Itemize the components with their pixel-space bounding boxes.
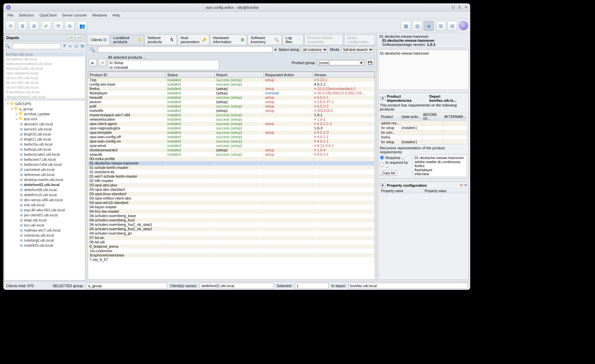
funnel-icon[interactable]: ⧩ bbox=[62, 43, 67, 49]
grid1-button[interactable]: ⊞ bbox=[436, 21, 446, 31]
collapse-icon[interactable]: ▼ bbox=[380, 96, 386, 100]
table-row[interactable]: 04-bayer-master bbox=[88, 205, 375, 209]
requires-radio[interactable] bbox=[380, 155, 384, 160]
db2-icon[interactable]: ⛃ bbox=[80, 44, 85, 49]
table-row[interactable]: 03-opsi-linux-standard bbox=[88, 192, 375, 196]
dep-row[interactable]: for setup(installed:) bbox=[380, 126, 467, 130]
action-list[interactable]: to Setup to Uninstall bbox=[108, 60, 219, 70]
groups-tree[interactable]: ▾📁GROUPS ▾📁a_group ▸📁acrobat_update ▸📁te… bbox=[4, 100, 85, 280]
reload-icon[interactable]: ⟲ bbox=[460, 183, 463, 187]
clients-button[interactable]: 🖥 bbox=[29, 21, 39, 31]
depot-item[interactable]: tst-srv-003.uib.local bbox=[5, 85, 84, 90]
table-row[interactable]: opsi-wan-config-oninstalledsuccess (setu… bbox=[88, 139, 375, 144]
minimize-icon[interactable]: ⋁ bbox=[452, 5, 455, 9]
table-row[interactable]: 04-schulen-nuernberg_fos2_nb_step1 bbox=[88, 222, 375, 227]
depots-list[interactable]: bonifax.uib.local bonidepot.uib.local bw… bbox=[4, 51, 85, 99]
tree-sub[interactable]: ▸📁acrobat_update bbox=[5, 111, 84, 116]
tree-client[interactable]: 🖥detlefvm08.uib.local bbox=[5, 187, 84, 192]
tree-group[interactable]: ▾📁a_group bbox=[5, 106, 84, 111]
tree-client[interactable]: 🖥jan-client01.uib.local bbox=[5, 212, 84, 217]
tab-hardware[interactable]: Hardware information bbox=[210, 34, 247, 45]
table-row[interactable]: 03-opsi-abo-standard bbox=[88, 187, 375, 192]
dep-row[interactable]: firefox bbox=[380, 135, 467, 140]
tree-client[interactable]: 🖥cachetest.uib.local bbox=[5, 167, 84, 172]
layout3-button[interactable]: ◈ bbox=[424, 21, 434, 31]
table-row[interactable]: flashplayerinstalled(setup)uninstall≠ 10… bbox=[88, 91, 375, 95]
table-row[interactable]: 04-lmz-bw-master bbox=[88, 209, 375, 214]
copy-list-button[interactable]: Copy list bbox=[380, 170, 397, 176]
table-row[interactable]: config-win-baseinstalledsuccess (setup)4… bbox=[88, 82, 375, 87]
depot-field[interactable] bbox=[348, 283, 468, 289]
tree-client[interactable]: 🖥notet420.uib.local bbox=[5, 243, 84, 248]
tree-client[interactable]: 🖥asrock1.uib.local bbox=[5, 126, 84, 131]
tree-root[interactable]: ▾📁GROUPS bbox=[5, 101, 84, 106]
menu-opsiclient[interactable]: OpsiClient bbox=[37, 12, 59, 18]
tree-sub[interactable]: ▸📁test erol bbox=[5, 116, 84, 121]
layout2-button[interactable]: ▤ bbox=[412, 21, 422, 31]
menu-file[interactable]: File bbox=[5, 12, 16, 18]
table-row[interactable]: 01-testclient-kk bbox=[88, 170, 375, 174]
table-row[interactable]: firefoxinstalled(setup)setup≠ 10.0.10esr… bbox=[88, 87, 375, 91]
db-icon[interactable]: ⛁ bbox=[74, 44, 79, 49]
col-status[interactable]: Status bbox=[166, 72, 215, 78]
collapse-icon[interactable]: ▼ bbox=[380, 183, 386, 187]
table-row[interactable]: 0_testprod_jeena bbox=[88, 244, 375, 249]
tree-client[interactable]: 🖥bwfsclocalim.uib.local bbox=[5, 152, 84, 157]
table-row[interactable]: 03-opsi-win10-standard bbox=[88, 201, 375, 205]
group-field[interactable] bbox=[86, 283, 167, 289]
play-button[interactable]: ▶ bbox=[89, 59, 96, 66]
table-row[interactable]: swauditinstalledsuccess (setup)setup≠ 4.… bbox=[88, 152, 375, 157]
required-by-radio[interactable] bbox=[380, 162, 384, 167]
columns-select[interactable]: all columns bbox=[301, 47, 328, 53]
tree-client[interactable]: 🖥evb.uib.local bbox=[5, 202, 84, 207]
table-row[interactable]: 3cxphoneforwindows bbox=[88, 253, 375, 257]
table-row[interactable]: shutdownwantedinstalled(setup)setup≠ 1.0… bbox=[88, 148, 375, 152]
client-names-field[interactable] bbox=[200, 283, 274, 289]
col-requested[interactable]: Requested Action bbox=[264, 72, 313, 78]
tab-clients[interactable]: Clients bbox=[88, 34, 110, 45]
save-group-button[interactable]: 💾 bbox=[366, 59, 374, 66]
depot-item[interactable]: vbrupertdepot1.uib.local bbox=[5, 94, 84, 99]
dep-row[interactable]: for setup(installed:) bbox=[380, 140, 467, 145]
table-row[interactable]: 01-deutsche-messe-hannover bbox=[88, 161, 375, 165]
selected-field[interactable] bbox=[295, 283, 329, 289]
tree-client[interactable]: 🖥bwfscwin7.uib.local bbox=[5, 157, 84, 162]
tab-host-params[interactable]: Host parameters🔑 bbox=[178, 34, 209, 45]
filter-button[interactable]: Ψ bbox=[53, 21, 63, 31]
tree-client[interactable]: 🖥desktop-martin.uib.local bbox=[5, 177, 84, 182]
table-row[interactable]: opsi-templateinstalledsuccess (setup)set… bbox=[88, 130, 375, 135]
table-row[interactable]: 03-opsi-virtbox-client-abo bbox=[88, 196, 375, 201]
table-row[interactable]: jeditinstalledsuccess (setup)setup≠ 4.5.… bbox=[88, 104, 375, 109]
table-row[interactable]: 01-win7-schule-berlin-master bbox=[88, 174, 375, 179]
menu-selection[interactable]: Selection bbox=[17, 12, 36, 18]
tree-client[interactable]: 🖥dellvenue.uib.local bbox=[5, 172, 84, 177]
tab-software[interactable]: Software inventory🔍 bbox=[248, 34, 282, 45]
table-row[interactable]: 02-hlfv-master bbox=[88, 179, 375, 183]
table-row[interactable]: 1st-customize bbox=[88, 249, 375, 253]
tab-netboot[interactable]: Netboot products🐧 bbox=[145, 34, 177, 45]
table-row[interactable]: 00-mzks-profile bbox=[88, 157, 375, 161]
depot-item[interactable]: dummy12x86.uib.local bbox=[5, 66, 84, 71]
product-search-input[interactable] bbox=[98, 47, 273, 53]
tree-client[interactable]: 🖥mathias-win7.uib.local bbox=[5, 228, 84, 233]
menu-help[interactable]: Help bbox=[111, 12, 122, 18]
table-row[interactable]: msservicepack-win7-x64installedsuccess (… bbox=[88, 113, 375, 117]
table-row[interactable]: 04-schulen-nuernberg_fos2_nb_step2 bbox=[88, 227, 375, 231]
depots-eq-plus[interactable]: =+ bbox=[67, 35, 75, 40]
tree-client[interactable]: 🖥detlefvm02.uib.local bbox=[5, 182, 84, 187]
reload-button[interactable]: ⟲ bbox=[5, 21, 16, 31]
table-row[interactable]: networklocationinstalledsuccess (setup)≠… bbox=[88, 117, 375, 122]
dep-row[interactable]: for unin... bbox=[380, 130, 467, 135]
x-icon[interactable]: ✕ bbox=[68, 44, 73, 49]
depot-item[interactable]: tst-srv-001.uib.local bbox=[5, 75, 84, 80]
table-row[interactable]: 7zipinstalledsuccess (setup)setup≠ 9.22-… bbox=[88, 78, 375, 82]
tree-client[interactable]: 🖥bwfscwin7x64.uib.local bbox=[5, 162, 84, 167]
users-button[interactable]: 👥 bbox=[77, 21, 87, 31]
table-row[interactable]: 04-schulen-nuernberg_fos2 bbox=[88, 218, 375, 222]
table-row[interactable]: mshotfixinstalled(setup)setup≠ 201210-5 bbox=[88, 109, 375, 113]
col-version[interactable]: Version bbox=[313, 72, 375, 78]
table-row[interactable]: 04-schulen-nuernberg_base bbox=[88, 214, 375, 218]
reload2-button[interactable]: ⟲ bbox=[98, 59, 106, 66]
globe-button[interactable] bbox=[459, 21, 468, 30]
depot-item[interactable]: bonidepot.uib.local bbox=[5, 57, 84, 61]
